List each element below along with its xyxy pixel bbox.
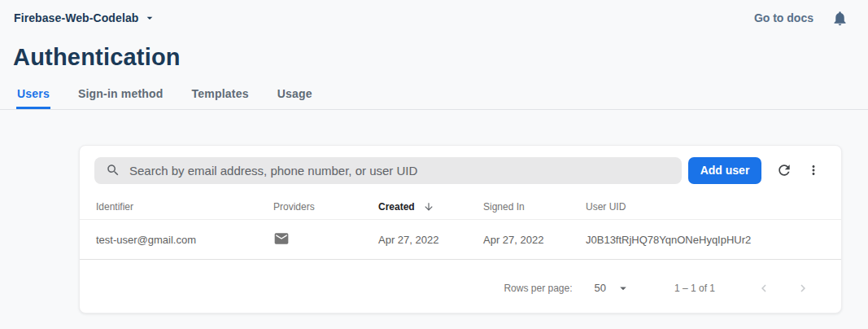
users-card: Add user Identifier Providers Created Si…: [79, 145, 842, 314]
column-header-identifier: Identifier: [96, 201, 273, 213]
tab-sign-in-method[interactable]: Sign-in method: [77, 84, 164, 109]
chevron-right-icon: [796, 281, 810, 296]
refresh-icon: [776, 162, 792, 178]
tab-templates[interactable]: Templates: [191, 84, 250, 109]
kebab-menu-icon: [806, 163, 821, 178]
cell-signed-in: Apr 27, 2022: [483, 234, 586, 246]
search-input[interactable]: [129, 164, 670, 178]
cell-providers: [273, 230, 378, 249]
column-header-providers: Providers: [273, 201, 378, 213]
tab-usage[interactable]: Usage: [277, 84, 313, 109]
go-to-docs-link[interactable]: Go to docs: [754, 11, 813, 24]
project-selector[interactable]: Firebase-Web-Codelab: [14, 11, 156, 24]
search-icon: [106, 163, 120, 178]
column-header-created-label: Created: [378, 201, 415, 213]
refresh-button[interactable]: [770, 156, 799, 185]
email-provider-icon: [273, 230, 290, 247]
previous-page-button[interactable]: [754, 279, 774, 298]
next-page-button[interactable]: [793, 279, 813, 298]
notifications-bell-icon[interactable]: [831, 10, 848, 27]
column-header-signed-in: Signed In: [483, 201, 586, 213]
tab-users[interactable]: Users: [16, 84, 50, 109]
rows-per-page-select[interactable]: 50: [594, 281, 630, 296]
cell-identifier: test-user@gmail.com: [96, 234, 273, 246]
pagination-range-label: 1 – 1 of 1: [674, 283, 715, 294]
pagination-bar: Rows per page: 50 1 – 1 of 1: [80, 260, 841, 314]
user-table-row[interactable]: test-user@gmail.com Apr 27, 2022 Apr 27,…: [80, 220, 841, 260]
chevron-down-icon: [143, 11, 156, 24]
add-user-button[interactable]: Add user: [688, 157, 761, 184]
topbar-right: Go to docs: [754, 10, 848, 27]
page-title: Authentication: [13, 42, 868, 72]
sort-descending-arrow-icon: [423, 201, 434, 213]
rows-per-page-label: Rows per page:: [504, 283, 572, 294]
users-toolbar: Add user: [80, 146, 841, 195]
dropdown-arrow-icon: [616, 281, 630, 296]
column-header-created[interactable]: Created: [378, 201, 483, 213]
project-name: Firebase-Web-Codelab: [14, 11, 138, 24]
more-options-button[interactable]: [799, 156, 828, 185]
cell-user-uid: J0B13ftRjHQ78YqnONeHyqIpHUr2: [586, 234, 841, 246]
tab-bar: Users Sign-in method Templates Usage: [0, 84, 868, 110]
rows-per-page-value: 50: [594, 282, 605, 294]
chevron-left-icon: [757, 281, 771, 296]
table-header-row: Identifier Providers Created Signed In U…: [80, 195, 841, 220]
cell-created: Apr 27, 2022: [378, 234, 483, 246]
column-header-user-uid: User UID: [586, 201, 841, 213]
search-box[interactable]: [94, 157, 682, 184]
topbar: Firebase-Web-Codelab Go to docs: [0, 0, 868, 36]
